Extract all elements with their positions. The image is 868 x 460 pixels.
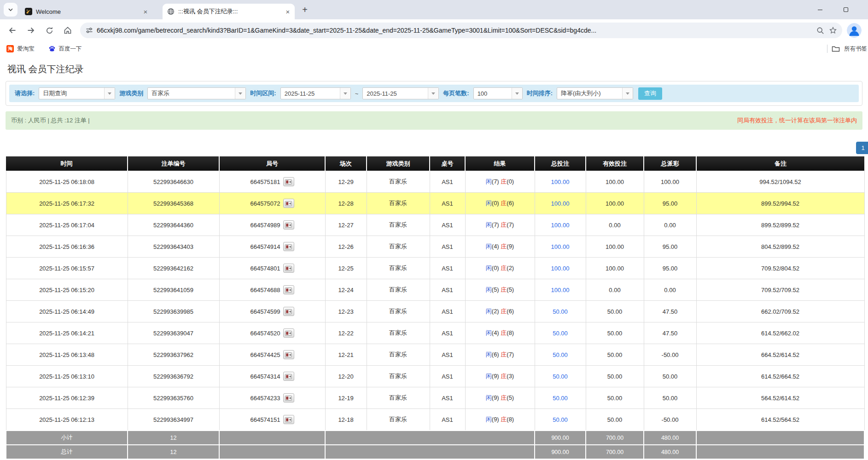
site-settings-icon[interactable] [86, 27, 93, 34]
query-mode-select[interactable]: 日期查询 [39, 87, 115, 99]
page-1-button[interactable]: 1 [856, 142, 868, 154]
cell-payout: 47.50 [644, 322, 696, 344]
round-number: 664574989 [250, 222, 280, 229]
tab-close-icon[interactable]: × [284, 7, 292, 16]
video-replay-button[interactable] [283, 415, 294, 424]
video-replay-button[interactable] [283, 242, 294, 251]
cell-round: 664575181 [219, 171, 325, 193]
cell-total-bet: 50.00 [535, 366, 586, 387]
back-button[interactable] [5, 23, 20, 38]
video-replay-button[interactable] [283, 199, 294, 208]
film-icon [285, 417, 292, 423]
cell-session: 12-24 [325, 279, 367, 301]
video-replay-button[interactable] [283, 177, 294, 186]
table-row[interactable]: 2025-11-25 06:16:36522993643403664574914… [6, 236, 864, 258]
cell-remark: 899.52/899.52 [696, 214, 864, 236]
tab-close-icon[interactable]: × [141, 7, 150, 16]
url-bar[interactable]: 66cxkj98.com/game/betrecord_search/kind3… [80, 23, 842, 38]
bookmark-label: 爱淘宝 [17, 45, 35, 53]
profile-avatar[interactable] [847, 23, 862, 38]
bookmark-baidu[interactable]: 百度一下 [48, 45, 82, 53]
banker-result: 庄(6) [501, 308, 514, 315]
cell-round: 664574801 [219, 258, 325, 279]
table-row[interactable]: 2025-11-25 06:17:32522993645368664575072… [6, 193, 864, 214]
sort-select[interactable]: 降幂(由大到小) [557, 87, 633, 99]
table-row[interactable]: 2025-11-25 06:12:39522993635760664574233… [6, 387, 864, 409]
video-replay-button[interactable] [283, 307, 294, 316]
zoom-button[interactable] [814, 24, 827, 37]
cell-payout: 100.00 [644, 171, 696, 193]
page-size-select[interactable]: 100 [473, 87, 523, 99]
video-replay-button[interactable] [283, 328, 294, 338]
total-bet-link[interactable]: 50.00 [553, 330, 568, 337]
total-bet-link[interactable]: 50.00 [553, 416, 568, 423]
total-bet-link[interactable]: 100.00 [551, 178, 570, 185]
table-row[interactable]: 2025-11-25 06:14:21522993639047664574520… [6, 322, 864, 344]
table-row[interactable]: 2025-11-25 06:13:48522993637962664574425… [6, 344, 864, 366]
home-button[interactable] [60, 23, 76, 38]
film-icon [285, 265, 292, 271]
bookmark-taobao[interactable]: 淘 爱淘宝 [6, 45, 35, 53]
cell-session: 12-23 [325, 301, 367, 322]
video-replay-button[interactable] [283, 220, 294, 230]
forward-button[interactable] [23, 23, 39, 38]
cell-game-type: 百家乐 [367, 171, 430, 193]
total-bet-link[interactable]: 50.00 [553, 351, 568, 358]
video-replay-button[interactable] [283, 393, 294, 402]
table-row[interactable]: 2025-11-25 06:15:20522993641059664574688… [6, 279, 864, 301]
cell-valid-bet: 50.00 [586, 344, 644, 366]
footer-total-payout: 480.00 [644, 431, 696, 445]
total-bet-link[interactable]: 50.00 [553, 308, 568, 315]
table-row[interactable]: 2025-11-25 06:17:04522993644360664574989… [6, 214, 864, 236]
date-end-select[interactable]: 2025-11-25 [362, 87, 439, 99]
total-row: 总计12900.00700.00480.00 [6, 445, 864, 459]
total-bet-link[interactable]: 100.00 [551, 287, 570, 293]
game-type-select[interactable]: 百家乐 [147, 87, 246, 99]
player-result: 闲(9) [486, 373, 499, 380]
date-start-select[interactable]: 2025-11-25 [280, 87, 351, 99]
tab-welcome[interactable]: Welcome × [20, 4, 152, 19]
query-button[interactable]: 查询 [638, 87, 662, 100]
refresh-button[interactable] [41, 23, 57, 38]
chevron-down-icon[interactable] [512, 88, 522, 99]
cell-table-no: AS1 [430, 344, 465, 366]
total-bet-link[interactable]: 100.00 [551, 222, 570, 229]
chevron-down-icon[interactable] [340, 88, 350, 99]
total-bet-link[interactable]: 50.00 [553, 395, 568, 402]
total-bet-link[interactable]: 100.00 [551, 243, 570, 250]
total-bet-link[interactable]: 100.00 [551, 265, 570, 272]
video-replay-button[interactable] [283, 285, 294, 294]
table-row[interactable]: 2025-11-25 06:15:57522993642162664574801… [6, 258, 864, 279]
tab-betrecord[interactable]: :::视讯 会员下注纪录::: × [163, 4, 295, 19]
video-replay-button[interactable] [283, 350, 294, 359]
total-bet-link[interactable]: 100.00 [551, 200, 570, 207]
all-bookmarks[interactable]: 所有书签 [827, 45, 868, 53]
chevron-down-icon[interactable] [235, 88, 245, 99]
cell-bet-id: 522993637962 [128, 344, 219, 366]
cell-time: 2025-11-25 06:17:32 [6, 193, 128, 214]
table-row[interactable]: 2025-11-25 06:13:10522993636792664574314… [6, 366, 864, 387]
bookmark-star-button[interactable] [827, 24, 839, 37]
banker-result: 庄(8) [501, 329, 514, 336]
banker-result: 庄(5) [501, 286, 514, 293]
cell-session: 12-19 [325, 387, 367, 409]
total-bet-link[interactable]: 50.00 [553, 373, 568, 380]
minimize-button[interactable] [811, 3, 829, 17]
chevron-down-icon[interactable] [622, 88, 633, 99]
cell-table-no: AS1 [430, 301, 465, 322]
maximize-button[interactable] [837, 3, 855, 17]
cell-result: 闲(7) 庄(0) [465, 171, 535, 193]
video-replay-button[interactable] [283, 264, 294, 273]
tab-search-button[interactable] [4, 3, 17, 17]
video-replay-button[interactable] [283, 372, 294, 381]
cell-table-no: AS1 [430, 387, 465, 409]
new-tab-button[interactable]: + [298, 3, 311, 16]
table-row[interactable]: 2025-11-25 06:14:49522993639985664574599… [6, 301, 864, 322]
chevron-down-icon[interactable] [428, 88, 438, 99]
filter-panel: 请选择: 日期查询 游戏类别 百家乐 时间区间: 2025-11-25 ~ 20… [6, 81, 862, 106]
film-icon [285, 395, 292, 401]
chevron-down-icon[interactable] [104, 88, 115, 99]
film-icon [285, 222, 292, 228]
table-row[interactable]: 2025-11-25 06:12:13522993634997664574151… [6, 409, 864, 431]
table-row[interactable]: 2025-11-25 06:18:08522993646630664575181… [6, 171, 864, 193]
